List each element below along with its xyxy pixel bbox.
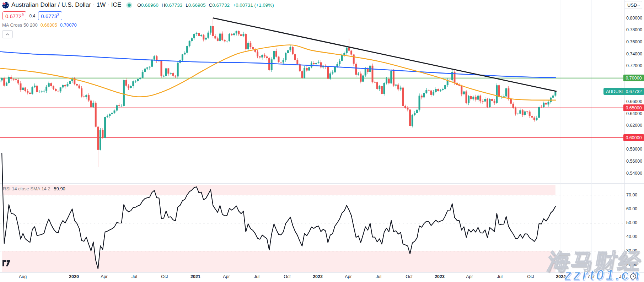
market-status-dot-icon[interactable]	[128, 4, 131, 7]
price-tick: 0.72000	[626, 63, 642, 68]
time-label-month: Oct	[284, 274, 290, 279]
price-tick: 0.74000	[626, 51, 642, 56]
ohlc-values: O0.66960 H0.67733 L0.66905 C0.67732 +0.0…	[137, 2, 274, 8]
currency-selector-label: USD	[627, 2, 637, 8]
bid-button[interactable]: 0.67729	[2, 11, 26, 20]
time-label-month: Oct	[527, 274, 534, 279]
time-label-month: Jul	[254, 274, 259, 279]
time-label-month: Jul	[376, 274, 381, 279]
collapse-legend-button[interactable]	[2, 30, 13, 38]
ma-cross-legend[interactable]: MA Cross 50 200 0.66305 0.70070	[2, 22, 274, 28]
australia-flag-icon	[2, 2, 9, 9]
price-tick: 0.78000	[626, 27, 642, 32]
high-value: 0.67733	[165, 2, 182, 8]
price-badge: 0.60000	[623, 134, 644, 141]
time-label-month: Apr	[101, 274, 107, 279]
low-value: 0.66905	[188, 2, 206, 8]
rsi-value: 59.90	[54, 186, 65, 191]
rsi-tick: 70.00	[626, 192, 637, 197]
price-tick: 0.62000	[626, 123, 642, 128]
price-tick: 0.56000	[626, 159, 642, 164]
time-label-month: Jul	[497, 274, 503, 279]
spread-value: 0.4	[29, 13, 35, 18]
price-badge: 0.70000	[623, 75, 644, 81]
time-label-year: 2020	[69, 274, 79, 279]
price-tick: 0.76000	[626, 39, 642, 44]
time-label-month: Apr	[466, 274, 473, 279]
time-label-year: 2021	[190, 274, 200, 279]
rsi-tick: 50.00	[626, 220, 637, 225]
tradingview-logo-icon[interactable]	[2, 260, 10, 268]
time-label-month: Apr	[223, 274, 230, 279]
time-label-month: Jul	[132, 274, 137, 279]
bar-countdown-clock-icon[interactable]	[630, 273, 637, 281]
ma-cross-label: MA Cross 50 200	[2, 22, 38, 28]
open-value: 0.66960	[141, 2, 159, 8]
price-tick: 0.80000	[626, 16, 642, 21]
close-value: 0.67732	[212, 2, 230, 8]
rsi-tick: 60.00	[626, 206, 637, 211]
ma200-value: 0.70070	[60, 22, 77, 28]
time-label-month: Aug	[19, 274, 27, 279]
time-label-year: 2023	[435, 274, 445, 279]
price-badge: 0.67732	[623, 88, 644, 95]
change-value: +0.00731 (+1.09%)	[233, 2, 274, 8]
price-badge: 0.65000	[623, 104, 644, 111]
chevron-up-icon	[6, 33, 9, 36]
price-tick: 0.64000	[626, 111, 642, 116]
rsi-tick: 40.00	[626, 234, 637, 239]
ask-button[interactable]: 0.67733	[38, 11, 62, 20]
ma50-value: 0.66305	[41, 22, 57, 28]
rsi-legend[interactable]: RSI 14 close SMA 14 2 59.90	[3, 186, 65, 191]
rsi-label: RSI 14 close SMA 14 2	[3, 186, 50, 191]
currency-selector[interactable]: USD ⌄	[624, 1, 642, 9]
price-tick: 0.58000	[626, 147, 642, 152]
time-label-month: Apr	[345, 274, 351, 279]
chart-legend: Australian Dollar / U.S. Dollar · 1W · I…	[2, 1, 274, 38]
time-label-year: 2022	[313, 274, 323, 279]
price-tick: 0.66000	[626, 99, 642, 104]
chevron-down-icon: ⌄	[637, 3, 641, 7]
time-label-month: Oct	[406, 274, 412, 279]
symbol-title[interactable]: Australian Dollar / U.S. Dollar · 1W · I…	[11, 1, 121, 9]
time-label-month: Oct	[161, 274, 168, 279]
main-chart-canvas[interactable]	[0, 0, 624, 272]
price-tick: 0.54000	[626, 171, 642, 176]
